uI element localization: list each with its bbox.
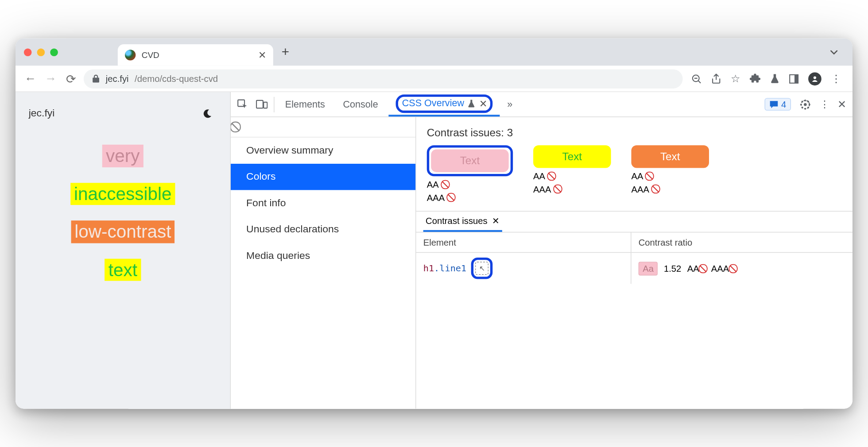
minimize-window-button[interactable] xyxy=(37,48,45,56)
tab-css-overview[interactable]: CSS Overview ✕ xyxy=(389,92,500,116)
demo-word-4: text xyxy=(105,258,141,281)
svg-rect-4 xyxy=(794,74,798,83)
devtools-menu-icon[interactable]: ⋮ xyxy=(820,99,829,110)
toolbar-actions: ☆ ⋮ xyxy=(687,72,845,85)
demo-word-2: inaccessible xyxy=(70,183,175,205)
flask-icon xyxy=(468,99,476,108)
url-host: jec.fyi xyxy=(106,73,129,84)
tab-console[interactable]: Console xyxy=(336,92,385,116)
tab-title: CVD xyxy=(142,50,159,60)
swatch-yellow: Text xyxy=(533,145,611,168)
contrast-swatch-3[interactable]: Text AA⃠ AAA⃠ xyxy=(632,145,709,203)
chrome-menu-icon[interactable]: ⋮ xyxy=(831,72,841,85)
more-tabs-button[interactable]: » xyxy=(504,99,516,110)
demo-word-3: low-contrast xyxy=(71,220,175,243)
sample-chip: Aa xyxy=(639,262,658,275)
reload-button[interactable]: ⟳ xyxy=(63,71,79,85)
col-element: Element xyxy=(416,232,632,252)
messages-count: 4 xyxy=(781,99,786,109)
sidebar-item-unused[interactable]: Unused declarations xyxy=(231,216,415,243)
reading-list-icon[interactable] xyxy=(789,74,799,84)
close-tab-x-icon[interactable]: ✕ xyxy=(479,98,487,109)
element-tag: h1 xyxy=(423,263,434,274)
sidebar-item-summary[interactable]: Overview summary xyxy=(231,138,415,164)
devtools-tabbar: Elements Console CSS Overview ✕ » 4 xyxy=(231,92,852,117)
address-bar[interactable]: jec.fyi/demo/cds-quest-cvd xyxy=(84,69,683,88)
toolbar: ← → ⟳ jec.fyi/demo/cds-quest-cvd ☆ ⋮ xyxy=(16,66,852,92)
svg-point-5 xyxy=(814,76,816,79)
close-subtab-icon[interactable]: ✕ xyxy=(492,216,500,226)
overview-sidebar: ⃠ Overview summary Colors Font info Unus… xyxy=(231,117,416,409)
scroll-into-view-icon[interactable]: ↖ xyxy=(475,262,488,275)
device-toolbar-icon[interactable] xyxy=(256,99,268,110)
contrast-heading: Contrast issues: 3 xyxy=(416,117,853,145)
extensions-icon[interactable] xyxy=(750,73,760,84)
element-class: .line1 xyxy=(434,263,466,274)
close-window-button[interactable] xyxy=(24,48,32,56)
lock-icon xyxy=(92,74,100,83)
titlebar: CVD ✕ + xyxy=(16,39,852,66)
window-controls xyxy=(24,48,58,56)
labs-icon[interactable] xyxy=(770,73,780,84)
new-tab-button[interactable]: + xyxy=(282,44,289,60)
svg-rect-8 xyxy=(264,102,267,108)
contrast-swatch-1[interactable]: Text AA⃠ AAA⃠ xyxy=(427,145,513,203)
close-tab-button[interactable]: ✕ xyxy=(258,49,266,61)
contrast-swatch-2[interactable]: Text AA⃠ AAA⃠ xyxy=(533,145,611,203)
col-ratio: Contrast ratio xyxy=(632,232,853,252)
zoom-icon[interactable] xyxy=(691,73,702,84)
svg-rect-7 xyxy=(256,100,263,108)
settings-icon[interactable] xyxy=(799,98,811,110)
subtab-contrast-issues[interactable]: Contrast issues ✕ xyxy=(423,212,503,232)
page-pane: jec.fyi very inaccessible low-contrast t… xyxy=(16,92,231,409)
profile-icon[interactable] xyxy=(808,72,822,85)
theme-toggle-button[interactable] xyxy=(198,104,217,123)
devtools-pane: Elements Console CSS Overview ✕ » 4 xyxy=(231,92,852,409)
share-icon[interactable] xyxy=(711,73,721,84)
close-devtools-button[interactable]: ✕ xyxy=(837,98,846,111)
message-icon xyxy=(769,100,778,108)
table-header: Element Contrast ratio xyxy=(416,232,853,253)
favicon-icon xyxy=(125,50,136,60)
sidebar-item-colors[interactable]: Colors xyxy=(231,164,415,190)
inspect-element-icon[interactable] xyxy=(237,98,249,110)
table-row[interactable]: h1.line1 ↖ Aa 1.52 AA⃠ AAA⃠ xyxy=(416,253,853,284)
sidebar-item-font[interactable]: Font info xyxy=(231,190,415,216)
sidebar-item-media[interactable]: Media queries xyxy=(231,243,415,269)
demo-words: very inaccessible low-contrast text xyxy=(29,145,217,281)
ratio-value: 1.52 xyxy=(664,263,681,274)
messages-badge[interactable]: 4 xyxy=(764,98,791,111)
svg-point-9 xyxy=(804,103,806,105)
swatch-pink: Text xyxy=(431,150,509,172)
tab-elements[interactable]: Elements xyxy=(278,92,332,116)
swatch-orange: Text xyxy=(632,145,709,168)
tab-overflow-button[interactable] xyxy=(824,48,844,56)
overview-detail: Contrast issues: 3 Text AA⃠ AAA⃠ Text AA… xyxy=(416,117,853,409)
svg-line-1 xyxy=(698,81,701,83)
maximize-window-button[interactable] xyxy=(50,48,58,56)
browser-tab[interactable]: CVD ✕ xyxy=(118,44,273,66)
forward-button[interactable]: → xyxy=(43,72,58,85)
site-label: jec.fyi xyxy=(29,108,55,119)
demo-word-1: very xyxy=(102,145,143,167)
bookmark-icon[interactable]: ☆ xyxy=(731,72,740,85)
back-button[interactable]: ← xyxy=(23,72,38,85)
browser-window: CVD ✕ + ← → ⟳ jec.fyi/demo/cds-quest-cvd… xyxy=(16,39,852,409)
url-path: /demo/cds-quest-cvd xyxy=(135,73,218,84)
